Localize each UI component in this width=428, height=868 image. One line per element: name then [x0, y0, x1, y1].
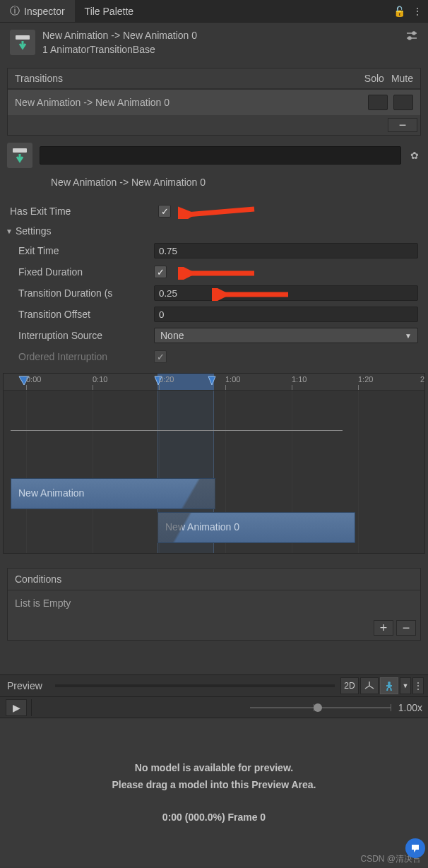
tick-label: 0:20 [159, 375, 174, 384]
svg-point-2 [412, 32, 415, 35]
tick-label: 2:0 [420, 375, 424, 384]
conditions-empty: List is Empty [15, 598, 71, 609]
preview-status: 0:00 (000.0%) Frame 0 [162, 811, 266, 823]
transition-icon [10, 30, 35, 55]
info-icon: ⓘ [10, 5, 20, 18]
transition-duration-input[interactable] [154, 285, 418, 301]
axes-toggle-button[interactable] [360, 677, 379, 694]
settings-fields: Has Exit Time ✓ ▼ Settings Exit Time Fix… [3, 201, 425, 367]
tab-tile-palette[interactable]: Tile Palette [75, 0, 144, 22]
avatar-toggle-button[interactable] [380, 677, 398, 694]
solo-checkbox[interactable] [368, 95, 388, 110]
exit-time-label: Exit Time [18, 245, 154, 256]
gear-icon[interactable]: ✿ [408, 150, 421, 161]
mute-header: Mute [391, 73, 413, 84]
chevron-down-icon: ▼ [405, 332, 412, 340]
header: New Animation -> New Animation 0 1 Anima… [0, 23, 428, 64]
clip-label: New Animation 0 [165, 521, 239, 533]
mute-checkbox[interactable] [393, 95, 413, 110]
svg-rect-0 [16, 35, 30, 40]
fixed-duration-label: Fixed Duration [18, 266, 154, 278]
svg-line-15 [387, 688, 388, 691]
blend-end-marker[interactable] [207, 375, 217, 386]
tick-label: 1:20 [358, 375, 373, 384]
clip-label: New Animation [18, 487, 84, 499]
kebab-icon[interactable]: ⋮ [412, 6, 422, 17]
svg-line-10 [369, 686, 374, 689]
tick-label: 0:10 [93, 375, 107, 384]
tick-label: 1:10 [292, 375, 307, 384]
conditions-title: Conditions [15, 573, 61, 585]
interruption-source-select[interactable]: None ▼ [154, 328, 418, 343]
assistant-bubble-icon[interactable] [405, 838, 425, 858]
transition-offset-label: Transition Offset [18, 309, 154, 320]
transition-offset-input[interactable] [154, 307, 418, 322]
foldout-arrow-icon: ▼ [6, 227, 13, 235]
transitions-panel: Transitions Solo Mute New Animation -> N… [7, 68, 421, 136]
transitions-title: Transitions [15, 73, 63, 84]
destination-clip[interactable]: New Animation 0 [157, 512, 355, 543]
exit-time-input[interactable] [154, 243, 418, 258]
preview-message-2: Please drag a model into this Preview Ar… [112, 779, 316, 790]
transition-path-label: New Animation -> New Animation 0 [51, 177, 421, 188]
timeline-ruler[interactable]: 0:00 0:10 0:20 1:00 1:10 1:20 2:0 [4, 374, 424, 391]
settings-label: Settings [16, 225, 52, 237]
header-title: New Animation -> New Animation 0 [42, 30, 398, 41]
transition-timeline[interactable]: 0:00 0:10 0:20 1:00 1:10 1:20 2:0 New An… [3, 373, 425, 554]
source-clip[interactable]: New Animation [11, 478, 215, 509]
remove-transition-button[interactable]: − [388, 118, 417, 132]
slider-thumb[interactable] [314, 703, 322, 712]
tick-label: 1:00 [225, 375, 240, 384]
solo-header: Solo [364, 73, 384, 84]
transition-name-row: ✿ [7, 143, 421, 168]
tab-label: Inspector [24, 6, 65, 17]
has-exit-time-checkbox[interactable]: ✓ [158, 205, 171, 218]
speed-slider[interactable] [250, 707, 391, 708]
timeline-tracks[interactable]: New Animation New Animation 0 [4, 391, 424, 553]
svg-point-12 [388, 682, 391, 684]
speed-value: 1.00x [398, 702, 422, 713]
settings-foldout[interactable]: ▼ Settings [3, 222, 425, 240]
remove-condition-button[interactable]: − [396, 620, 416, 636]
ordered-interruption-label: Ordered Interruption [18, 351, 154, 362]
avatar-dropdown-button[interactable]: ▼ [400, 677, 411, 694]
play-button[interactable]: ▶ [6, 699, 27, 716]
transition-row[interactable]: New Animation -> New Animation 0 [8, 89, 420, 115]
lock-icon[interactable]: 🔓 [393, 6, 405, 17]
header-subtitle: 1 AnimatorTransitionBase [42, 44, 398, 55]
tab-inspector[interactable]: ⓘ Inspector [0, 0, 75, 22]
svg-line-16 [391, 688, 391, 691]
preview-message-1: No model is available for preview. [135, 762, 293, 773]
transition-icon [7, 143, 32, 168]
tick-label: 0:00 [26, 375, 41, 384]
preview-kebab-icon[interactable]: ⋮ [412, 677, 424, 694]
svg-rect-5 [13, 148, 27, 153]
ordered-interruption-checkbox: ✓ [154, 350, 167, 363]
transition-duration-label: Transition Duration (s [18, 287, 154, 299]
2d-toggle-button[interactable]: 2D [340, 677, 359, 694]
preview-scrubber[interactable] [55, 684, 335, 687]
add-condition-button[interactable]: + [374, 620, 393, 636]
interruption-source-label: Interruption Source [18, 330, 154, 341]
clip-separator [11, 430, 343, 431]
select-value: None [160, 330, 184, 341]
conditions-panel: Conditions List is Empty + − [7, 568, 421, 641]
svg-point-4 [408, 37, 411, 40]
tab-bar: ⓘ Inspector Tile Palette 🔓 ⋮ [0, 0, 428, 23]
sliders-icon[interactable] [405, 30, 418, 44]
preview-toolbar: Preview 2D ▼ ⋮ ▶ 1.00x [0, 674, 428, 718]
preview-title: Preview [0, 680, 49, 691]
svg-line-6 [186, 209, 254, 215]
fixed-duration-checkbox[interactable]: ✓ [154, 266, 167, 278]
tab-label: Tile Palette [85, 6, 134, 17]
svg-line-11 [365, 686, 369, 689]
has-exit-time-label: Has Exit Time [10, 206, 158, 217]
preview-area[interactable]: No model is available for preview. Pleas… [0, 718, 428, 867]
transition-name-input[interactable] [40, 146, 401, 165]
transition-row-label: New Animation -> New Animation 0 [15, 97, 170, 108]
